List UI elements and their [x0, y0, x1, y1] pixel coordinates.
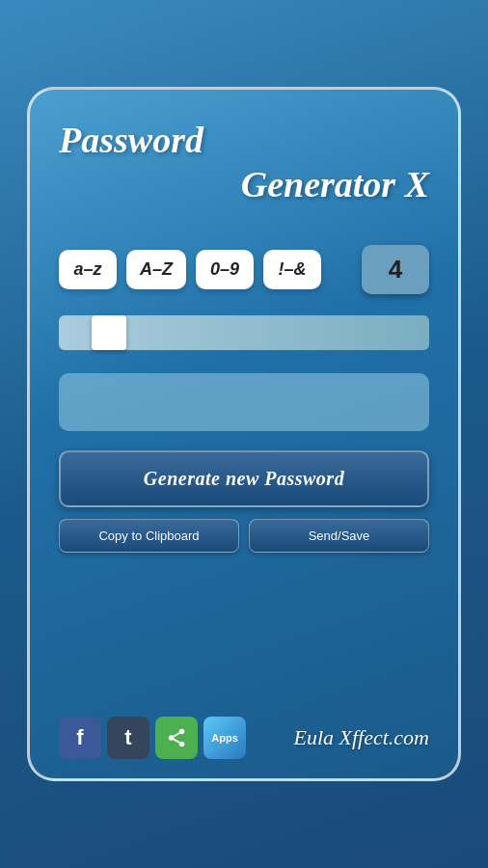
- facebook-icon[interactable]: f: [59, 717, 101, 759]
- password-display: [59, 373, 429, 431]
- svg-line-3: [174, 739, 179, 743]
- svg-point-0: [179, 729, 185, 735]
- svg-point-1: [169, 735, 175, 741]
- apps-button[interactable]: Apps: [203, 717, 246, 759]
- generate-button[interactable]: Generate new Password: [59, 450, 429, 507]
- tumblr-icon[interactable]: t: [107, 717, 149, 759]
- secondary-actions: Copy to Clipboard Send/Save: [59, 519, 429, 553]
- app-title: Password Generator X: [59, 119, 429, 206]
- main-card: Password Generator X a–z A–Z 0–9 !–& 4 G…: [27, 87, 461, 781]
- send-save-button[interactable]: Send/Save: [249, 519, 429, 553]
- svg-point-2: [179, 742, 185, 747]
- social-icons-row: f t Apps: [59, 717, 246, 759]
- apps-label: Apps: [211, 732, 238, 744]
- length-slider[interactable]: [59, 315, 429, 350]
- length-display[interactable]: 4: [362, 245, 429, 294]
- title-line1: Password: [59, 120, 203, 160]
- title-line2: Generator X: [59, 163, 429, 207]
- svg-line-4: [174, 733, 179, 737]
- copy-clipboard-button[interactable]: Copy to Clipboard: [59, 519, 239, 553]
- symbols-btn[interactable]: !–&: [263, 250, 321, 289]
- length-slider-container: [59, 315, 429, 354]
- numbers-btn[interactable]: 0–9: [196, 250, 254, 289]
- share-icon[interactable]: [155, 717, 198, 759]
- footer: f t Apps Eula Xffect.com: [59, 717, 429, 759]
- lowercase-btn[interactable]: a–z: [59, 250, 117, 289]
- uppercase-btn[interactable]: A–Z: [126, 250, 186, 289]
- char-options-row: a–z A–Z 0–9 !–& 4: [59, 245, 429, 294]
- brand-label: Eula Xffect.com: [293, 725, 429, 750]
